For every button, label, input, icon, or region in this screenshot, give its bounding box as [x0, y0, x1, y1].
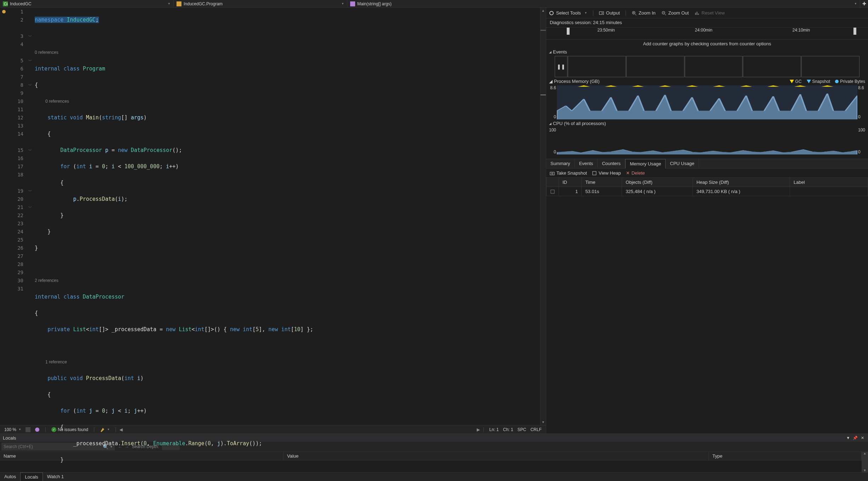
gear-icon: [549, 11, 554, 16]
output-button[interactable]: Output: [599, 10, 620, 16]
tab-events[interactable]: Events: [575, 159, 598, 168]
timeline-handle-right[interactable]: [853, 28, 856, 35]
panel-dropdown-icon[interactable]: ▼: [845, 435, 851, 441]
nav-class-label: InducedGC.Program: [184, 1, 223, 6]
select-tools-dropdown[interactable]: Select Tools▼: [549, 10, 587, 16]
svg-marker-28: [821, 85, 833, 87]
diag-tabs: Summary Events Counters Memory Usage CPU…: [546, 159, 868, 169]
tab-memory-usage[interactable]: Memory Usage: [625, 159, 666, 169]
collapse-icon: ◢: [549, 50, 551, 54]
tab-summary[interactable]: Summary: [546, 159, 575, 168]
output-icon: [599, 11, 604, 16]
line-gutter: 12 34 567891011121314 15161718 192021222…: [8, 8, 27, 425]
svg-rect-17: [696, 12, 698, 15]
svg-marker-20: [605, 85, 617, 87]
zoom-in-icon: [632, 11, 637, 16]
chevron-down-icon: ▼: [341, 2, 344, 5]
panel-pin-icon[interactable]: 📌: [852, 435, 858, 441]
timeline-tick: 23:50min: [597, 28, 615, 33]
svg-rect-18: [698, 13, 699, 15]
split-editor-button[interactable]: ✚: [860, 0, 868, 7]
tab-cpu-usage[interactable]: CPU Usage: [666, 159, 699, 168]
nav-file-dropdown[interactable]: C# InducedGC ▼: [0, 0, 174, 7]
locals-title: Locals: [3, 435, 16, 441]
heap-icon: [592, 171, 597, 176]
lightbulb-icon[interactable]: [1, 9, 8, 14]
memory-graph[interactable]: 8.60 8.60: [557, 85, 857, 119]
nav-method-label: Main(string[] args): [357, 1, 392, 6]
codelens-dataprocessor[interactable]: 2 references: [35, 277, 540, 285]
snapshot-row[interactable]: 1 53.01s 325,484 ( n/a ) 349,731.00 KB (…: [547, 187, 868, 196]
cpu-graph[interactable]: 1000 1000: [557, 128, 857, 154]
mem-legend: GC Snapshot Private Bytes: [790, 79, 865, 84]
col-time[interactable]: Time: [582, 178, 622, 187]
events-section-header[interactable]: ◢Events: [546, 48, 868, 56]
codelens-processdata[interactable]: 1 reference: [35, 358, 540, 366]
counter-hint: Add counter graphs by checking counters …: [546, 40, 868, 48]
svg-rect-16: [695, 13, 696, 15]
svg-line-14: [665, 14, 666, 15]
cpu-section-header[interactable]: ◢CPU (% of all processors): [546, 119, 868, 128]
zoom-out-icon: [661, 11, 666, 16]
code-content[interactable]: namespace InducedGC; 0 references intern…: [33, 8, 540, 425]
timeline-tick: 24:00min: [695, 28, 712, 33]
take-snapshot-button[interactable]: Take Snapshot: [550, 170, 587, 176]
chevron-down-icon: ▼: [854, 2, 857, 5]
svg-marker-25: [740, 85, 752, 87]
diag-timeline[interactable]: 23:50min 24:00min 24:10min: [546, 28, 868, 40]
svg-marker-19: [578, 85, 590, 87]
memory-toolbar: Take Snapshot View Heap ✕Delete: [546, 169, 868, 177]
tab-autos[interactable]: Autos: [0, 472, 20, 481]
csharp-file-icon: C#: [3, 1, 8, 6]
snapshot-row-icon: [550, 189, 555, 194]
editor-scrollbar[interactable]: ▲ ▼: [540, 8, 546, 425]
svg-rect-31: [593, 171, 596, 175]
codelens-program[interactable]: 0 references: [35, 49, 540, 57]
diag-session-label: Diagnostics session: 24:15 minutes: [546, 18, 868, 28]
svg-rect-32: [551, 190, 554, 193]
events-graph[interactable]: ❚❚: [555, 56, 859, 77]
view-heap-button[interactable]: View Heap: [592, 170, 621, 176]
delete-snapshot-button[interactable]: ✕Delete: [626, 170, 645, 176]
snapshot-table: ID Time Objects (Diff) Heap Size (Diff) …: [546, 177, 868, 196]
scroll-up-icon[interactable]: ▲: [541, 8, 546, 13]
snapshot-icon-col: [547, 178, 559, 187]
col-id[interactable]: ID: [559, 178, 582, 187]
snapshot-marker-icon: [807, 80, 811, 83]
scroll-down-icon[interactable]: ▼: [541, 419, 546, 425]
pause-icon[interactable]: ❚❚: [557, 64, 565, 69]
reset-icon: [694, 11, 699, 16]
zoom-in-button[interactable]: Zoom In: [632, 10, 656, 16]
codelens-main[interactable]: 0 references: [35, 97, 540, 106]
zoom-dropdown[interactable]: 100 %▼: [2, 427, 23, 432]
svg-marker-24: [713, 85, 725, 87]
panel-close-icon[interactable]: ✕: [859, 435, 865, 441]
col-objects[interactable]: Objects (Diff): [622, 178, 693, 187]
collapse-icon: ◢: [549, 122, 551, 125]
mem-section-header[interactable]: ◢Process Memory (GB) GC Snapshot Private…: [546, 77, 868, 85]
svg-rect-2: [177, 1, 181, 6]
locals-scrollbar[interactable]: ▲▼: [862, 452, 868, 472]
col-label[interactable]: Label: [790, 178, 868, 187]
error-list-icon[interactable]: [23, 427, 33, 432]
zoom-out-button[interactable]: Zoom Out: [661, 10, 689, 16]
svg-marker-22: [659, 85, 671, 87]
editor-margin: [0, 8, 8, 425]
svg-rect-5: [26, 427, 30, 432]
svg-rect-3: [350, 1, 355, 6]
svg-point-7: [550, 11, 553, 15]
tab-counters[interactable]: Counters: [598, 159, 625, 168]
svg-rect-29: [550, 172, 554, 175]
fold-gutter[interactable]: ﹀ ﹀﹀ ﹀ ﹀﹀: [27, 8, 33, 425]
svg-marker-23: [686, 85, 698, 87]
svg-point-30: [551, 173, 553, 174]
method-icon: [350, 1, 355, 6]
nav-class-dropdown[interactable]: InducedGC.Program ▼: [174, 0, 347, 7]
col-heap[interactable]: Heap Size (Diff): [693, 178, 790, 187]
timeline-handle-left[interactable]: [567, 28, 570, 35]
locals-col-type[interactable]: Type: [709, 452, 862, 460]
nav-method-dropdown[interactable]: Main(string[] args) ▼: [347, 0, 860, 7]
svg-text:C#: C#: [4, 2, 8, 6]
reset-view-button: Reset View: [694, 10, 725, 16]
collapse-icon: ◢: [549, 79, 553, 84]
